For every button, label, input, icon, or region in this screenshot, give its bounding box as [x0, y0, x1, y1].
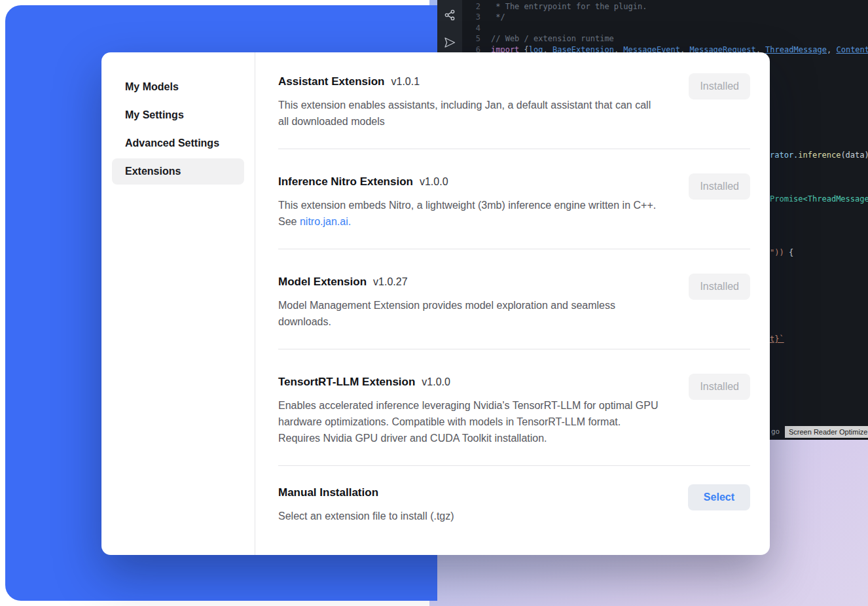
extension-description: This extension embeds Nitro, a lightweig… [278, 197, 661, 230]
code-line: 3 */ [462, 12, 868, 22]
sidebar-item-my-models[interactable]: My Models [112, 74, 244, 100]
code-fragment: t}` [770, 334, 784, 344]
statusbar-text: go [771, 427, 780, 436]
select-file-button[interactable]: Select [688, 484, 750, 510]
code-line: 5 // Web / extension runtime [462, 33, 868, 44]
installed-button[interactable]: Installed [689, 73, 750, 99]
extension-section-nitro: Inference Nitro Extensionv1.0.0 This ext… [278, 149, 750, 249]
code-area: 2 * The entrypoint for the plugin. 3 */ … [462, 1, 868, 55]
extension-description: This extension enables assistants, inclu… [278, 97, 661, 130]
extension-section-assistant: Assistant Extensionv1.0.1 This extension… [278, 52, 750, 149]
installed-button[interactable]: Installed [689, 374, 750, 400]
code-punct: { [784, 248, 793, 257]
extension-title: Inference Nitro Extension [278, 175, 413, 188]
code-text: // Web / extension runtime [491, 33, 614, 44]
manual-installation-section: Manual Installation Select an extension … [278, 466, 750, 539]
settings-modal: My Models My Settings Advanced Settings … [101, 52, 770, 555]
code-fragment: ")) { [770, 247, 793, 258]
sidebar-item-advanced-settings[interactable]: Advanced Settings [112, 130, 244, 156]
code-identifier: ContentType [836, 45, 868, 55]
send-icon[interactable] [444, 37, 456, 48]
sidebar-item-extensions[interactable]: Extensions [112, 158, 244, 185]
screen-reader-status-badge[interactable]: Screen Reader Optimize [785, 426, 868, 438]
code-fragment: rator.inference(data)); [770, 150, 868, 160]
code-fragment: Promise<ThreadMessage> [770, 194, 868, 204]
extension-version: v1.0.0 [420, 176, 448, 187]
code-text: */ [491, 12, 505, 22]
extension-section-model: Model Extensionv1.0.27 Model Management … [278, 249, 750, 349]
nitro-jan-ai-link[interactable]: nitro.jan.ai. [300, 216, 351, 227]
line-number: 2 [462, 1, 480, 12]
extension-version: v1.0.1 [391, 76, 420, 87]
extension-title: TensortRT-LLM Extension [278, 376, 415, 388]
code-punct: (data)); [841, 151, 868, 160]
line-number: 5 [462, 33, 480, 44]
sidebar-item-my-settings[interactable]: My Settings [112, 102, 244, 128]
extensions-panel: Assistant Extensionv1.0.1 This extension… [255, 52, 770, 555]
extension-description: Model Management Extension provides mode… [278, 297, 661, 330]
line-number: 3 [462, 12, 480, 22]
extension-title: Model Extension [278, 276, 367, 288]
code-line: 2 * The entrypoint for the plugin. [462, 1, 868, 12]
installed-button[interactable]: Installed [689, 274, 750, 300]
line-number: 4 [462, 23, 480, 33]
code-line: 4 [462, 23, 868, 33]
installed-button[interactable]: Installed [689, 173, 750, 200]
code-punct: , [827, 45, 836, 55]
extension-section-tensorrt: TensortRT-LLM Extensionv1.0.0 Enables ac… [278, 349, 750, 466]
code-string: ")) [770, 248, 784, 257]
share-icon[interactable] [444, 9, 456, 21]
extension-title: Assistant Extension [278, 75, 385, 88]
code-function: inference [798, 151, 841, 160]
settings-sidebar: My Models My Settings Advanced Settings … [101, 52, 255, 555]
code-text: * The entrypoint for the plugin. [491, 1, 647, 12]
code-identifier: ThreadMessage [765, 45, 827, 55]
extension-version: v1.0.0 [422, 376, 450, 387]
section-description: Select an extension file to install (.tg… [278, 508, 454, 524]
section-title: Manual Installation [278, 486, 378, 499]
extension-version: v1.0.27 [373, 276, 407, 287]
code-variable: rator. [770, 151, 798, 160]
extension-description: Enables accelerated inference leveraging… [278, 397, 661, 446]
